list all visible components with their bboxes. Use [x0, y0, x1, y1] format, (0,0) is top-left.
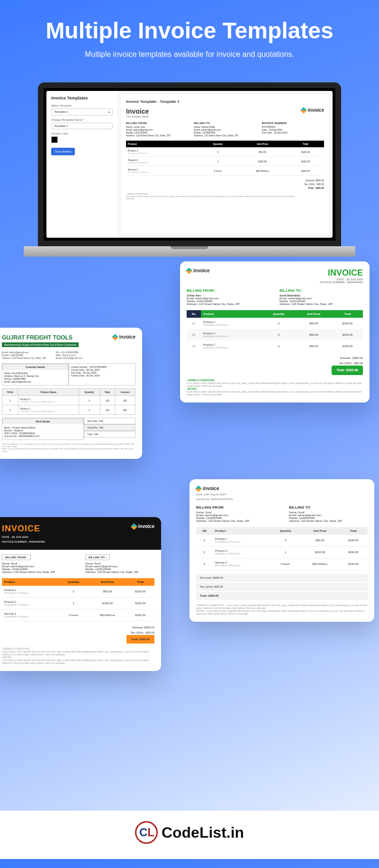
- diamond-icon: [130, 523, 137, 530]
- terms: +TERMS & CONDITIONS : If you want to add…: [126, 193, 324, 200]
- total: Total: $385.00: [196, 592, 368, 600]
- billing-from: Name: Johan Deo Email: admin@gmail.com M…: [126, 125, 188, 137]
- invoice-logo: invoice: [187, 268, 209, 273]
- template-select[interactable]: Template 1▾: [51, 108, 113, 116]
- template-settings-sidebar: Invoice Templates Select Template Templa…: [46, 91, 117, 238]
- total: Total : $385.00: [126, 186, 324, 190]
- tax: Tax (10%): $35.00: [196, 583, 368, 591]
- choose-color-label: Choose Color: [51, 132, 113, 135]
- subtotal: Subtotal: $350.00: [126, 179, 324, 182]
- invoice-template-plain: invoice Date: 12th August 2024 Invoice N…: [190, 479, 374, 621]
- invoice-template-green: invoice INVOICE DATE : 26 JUN 2024 INVOI…: [180, 261, 370, 402]
- chevron-down-icon: ▾: [108, 110, 110, 114]
- invoice-items-table: Product Quantity Unit Price Total Produc…: [126, 141, 324, 176]
- invoice-heading: Invoice: [126, 107, 149, 115]
- subtotal: Sub-total: $350.00: [196, 574, 368, 582]
- invoice-logo: invoice: [196, 486, 368, 491]
- laptop-mockup: Invoice Templates Select Template Templa…: [38, 82, 341, 257]
- hero-section: Multiple Invoice Templates Multiple invo…: [0, 0, 379, 68]
- template-name-label: Change Template Name *: [51, 118, 113, 121]
- subtotal: Subtotal : $350.00: [187, 356, 363, 360]
- template-name-input[interactable]: Template 1: [51, 123, 113, 129]
- invoice-template-orange: INVOICE DATE : 26 JUN 2024 INVOICE NUMBE…: [0, 517, 161, 671]
- diamond-icon: [186, 268, 192, 274]
- items-table: SNProductQuantityUnit PriceTotal 1Produc…: [196, 527, 368, 570]
- company-name: GUJRAT FREIGHT TOOLS: [2, 334, 79, 341]
- hero-title: Multiple Invoice Templates: [14, 19, 365, 43]
- invoice-title: INVOICE: [320, 268, 363, 278]
- sidebar-title: Invoice Templates: [51, 96, 113, 100]
- total: Total: $385.00: [126, 635, 154, 644]
- items-table: Sl.NoProduct NameQuantityRateAmount 1Pro…: [2, 388, 135, 415]
- hero-subtitle: Multiple invoice templates available for…: [14, 50, 365, 59]
- invoice-number: INVOICE NUMBER : #454646456: [320, 281, 363, 284]
- items-table: ProductQuantityUnit PriceTotal Product 1…: [2, 578, 154, 621]
- invoice-logo: invoice: [301, 107, 324, 113]
- invoice-logo: invoice: [113, 334, 135, 340]
- invoice-logo: invoice: [132, 524, 154, 529]
- diamond-icon: [300, 107, 307, 114]
- save-setting-button[interactable]: Save Setting: [51, 148, 75, 155]
- subtotal: Subtotal: $350.00: [2, 625, 154, 630]
- codelist-logo: CodeList.in: [135, 821, 244, 844]
- footer-brand-text: CodeList.in: [162, 824, 244, 841]
- tax: Tax (10%) : $35.00: [187, 361, 363, 366]
- invoice-number: #757055568 Date : 16-Sep-2024 Due Date :…: [262, 125, 324, 134]
- total: Total: $385.00: [332, 366, 363, 375]
- tax: Tax (10%) : $35.00: [126, 182, 324, 186]
- diamond-icon: [195, 485, 202, 492]
- tax: Tax (10%) : $35.00: [2, 630, 154, 635]
- items-table: NoProductQuantityUnit PriceTotal 01Produ…: [187, 310, 363, 352]
- select-template-label: Select Template: [51, 104, 113, 107]
- company-name: Your Company Name: [126, 115, 149, 118]
- billing-from-h: BILLING FROM: [126, 122, 188, 125]
- diamond-icon: [111, 334, 118, 340]
- invoice-preview-panel: Inovice Template - Template 1 Invoice Yo…: [121, 95, 329, 234]
- preview-section-title: Inovice Template - Template 1: [126, 99, 324, 104]
- invoice-number-h: INVOICE NUMBER: [262, 122, 324, 125]
- invoice-title: INVOICE: [2, 524, 45, 534]
- billing-to-h: BILLING TO: [194, 122, 256, 125]
- billing-to: Name: Michel Singh Email: admin@gmail.co…: [194, 125, 256, 137]
- codelist-icon: [135, 821, 158, 844]
- company-tagline: Manufacturing & Supply of Precision Pres…: [2, 342, 79, 347]
- color-swatch[interactable]: [51, 136, 58, 143]
- footer: CodeList.in: [0, 811, 379, 859]
- invoice-template-gujrat: GUJRAT FREIGHT TOOLS Manufacturing & Sup…: [0, 328, 142, 459]
